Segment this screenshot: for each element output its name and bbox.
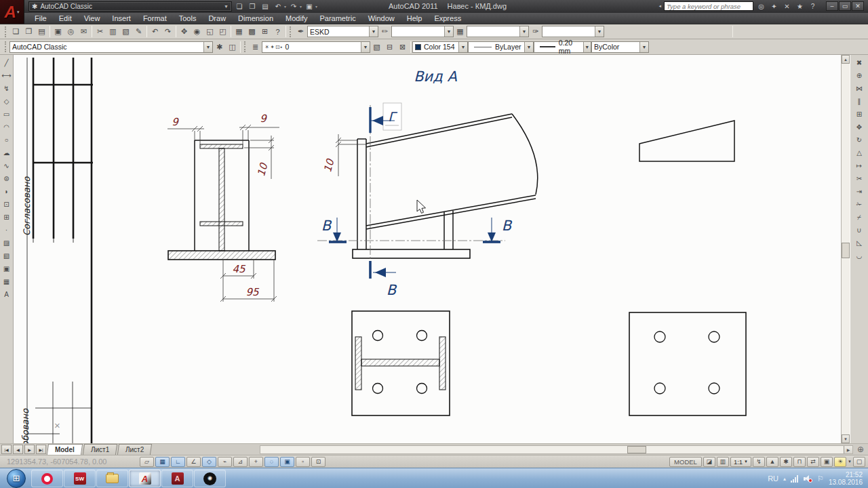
first-tab-button[interactable]: |◀ [1, 445, 12, 454]
workspace-dropdown[interactable]: ✱ AutoCAD Classic ▼ [28, 1, 232, 12]
pan-icon[interactable]: ✥ [178, 26, 191, 38]
otrack-toggle[interactable]: ⌁ [218, 457, 232, 467]
tab-model[interactable]: Model [47, 444, 83, 455]
undo-icon[interactable]: ↶ [149, 26, 161, 38]
designcenter-icon[interactable]: ▩ [245, 26, 258, 38]
taskbar-obs[interactable]: ✺ [194, 470, 226, 487]
dim-style-icon[interactable]: ✏ [378, 26, 391, 38]
plot-icon[interactable]: ▣ [304, 1, 315, 12]
color-dropdown[interactable]: Color 154 ▼ [412, 41, 468, 53]
workspace-save-icon[interactable]: ◫ [226, 41, 239, 53]
model-space-button[interactable]: MODEL [669, 457, 702, 467]
copy-icon[interactable]: ⊕ [853, 69, 865, 82]
table-style-dropdown[interactable]: ▼ [467, 26, 529, 37]
toolbar-grip[interactable] [244, 41, 247, 52]
dim-style-dropdown[interactable]: ▼ [391, 26, 454, 37]
scale-icon[interactable]: △ [853, 146, 865, 159]
clean-screen-button[interactable]: ▢ [853, 457, 865, 467]
menu-draw[interactable]: Draw [202, 13, 232, 24]
mleader-style-dropdown[interactable]: ▼ [542, 26, 604, 37]
polygon-icon[interactable]: ◇ [1, 95, 13, 108]
autocad-logo-icon[interactable]: A▾ [0, 0, 24, 24]
quick-view-layouts-icon[interactable]: ◪ [703, 457, 715, 467]
workspace-settings-icon[interactable]: ✱ [213, 41, 226, 53]
save-icon[interactable]: ▤ [260, 1, 271, 12]
status-menu-arrow-icon[interactable]: ▼ [848, 460, 852, 464]
layer-dropdown[interactable]: ☀✦⊡▪ 0 ▼ [262, 41, 370, 53]
favorites-star-icon[interactable]: ★ [795, 1, 805, 11]
trim-icon[interactable]: ✂ [853, 172, 865, 185]
scroll-right-button[interactable]: ▶ [844, 446, 852, 453]
drawing-canvas[interactable]: Согласовано обовано × Вид А [14, 55, 841, 443]
offset-icon[interactable]: ∥ [853, 95, 865, 108]
menu-edit[interactable]: Edit [53, 13, 78, 24]
construction-line-icon[interactable]: ⟷ [1, 69, 13, 82]
open-icon[interactable]: ❐ [247, 1, 258, 12]
qp-toggle[interactable]: ▫ [296, 457, 310, 467]
zoom-realtime-icon[interactable]: ◉ [191, 26, 203, 38]
join-icon[interactable]: ∪ [853, 224, 865, 237]
redo-icon[interactable]: ↷ [161, 26, 174, 38]
pan-compass-icon[interactable]: ⊕ [854, 445, 867, 455]
ducs-toggle[interactable]: ⊿ [233, 457, 248, 467]
toolbar-grip[interactable] [290, 26, 292, 37]
chamfer-icon[interactable]: ◺ [853, 237, 865, 249]
open-icon[interactable]: ❐ [22, 26, 35, 38]
exchange-icon[interactable]: ✕ [782, 1, 792, 11]
menu-format[interactable]: Format [137, 13, 173, 24]
polyline-icon[interactable]: ↯ [1, 82, 13, 95]
lwt-toggle[interactable]: ◌ [264, 457, 279, 467]
table-style-icon[interactable]: ▦ [454, 26, 467, 38]
osnap-toggle[interactable]: ◇ [202, 457, 216, 467]
start-button[interactable]: ⊞ [7, 469, 26, 488]
layer-isolate-icon[interactable]: ⊠ [396, 41, 409, 53]
taskbar-clock[interactable]: 21:52 13.08.2016 [829, 471, 865, 486]
chevron-down-icon[interactable]: ▾ [284, 4, 286, 9]
close-button[interactable]: ✕ [852, 1, 864, 11]
lineweight-dropdown[interactable]: 0.20 mm ▼ [534, 41, 591, 53]
point-icon[interactable]: · [1, 224, 13, 237]
annotation-visibility-icon[interactable]: ↯ [753, 457, 765, 467]
properties-icon[interactable]: ▦ [233, 26, 245, 38]
vertical-scroll-thumb[interactable] [842, 243, 850, 258]
text-style-icon[interactable]: ✒ [294, 26, 307, 38]
volume-muted-icon[interactable] [803, 474, 812, 483]
publish-icon[interactable]: ✉ [77, 26, 90, 38]
spline-icon[interactable]: ∿ [1, 159, 13, 172]
taskbar-explorer[interactable] [96, 470, 128, 487]
taskbar-acrobat[interactable]: A [161, 470, 193, 487]
taskbar-opera[interactable] [31, 470, 63, 487]
make-block-icon[interactable]: ⊞ [1, 211, 13, 224]
ellipse-arc-icon[interactable]: ◗ [1, 185, 13, 198]
region-icon[interactable]: ▣ [1, 262, 13, 275]
workspaces-dropdown[interactable]: AutoCAD Classic ▼ [9, 41, 213, 53]
array-icon[interactable]: ⊞ [853, 108, 865, 121]
tpy-toggle[interactable]: ▣ [280, 457, 294, 467]
menu-express[interactable]: Express [428, 13, 467, 24]
mirror-icon[interactable]: ⋈ [853, 82, 865, 95]
new-icon[interactable]: ❏ [234, 1, 245, 12]
autoscale-icon[interactable]: ▲ [766, 457, 778, 467]
horizontal-scrollbar[interactable]: ▶ [260, 445, 853, 454]
menu-parametric[interactable]: Parametric [313, 13, 361, 24]
paste-icon[interactable]: ▧ [119, 26, 132, 38]
menu-window[interactable]: Window [362, 13, 401, 24]
toolbar-lock-icon[interactable]: ⊓ [793, 457, 806, 467]
layer-previous-icon[interactable]: ⊟ [383, 41, 396, 53]
language-indicator[interactable]: RU [768, 474, 778, 483]
arc-icon[interactable]: ◠ [1, 121, 13, 134]
prev-tab-button[interactable]: ◀ [13, 445, 23, 454]
stretch-icon[interactable]: ↦ [853, 159, 865, 172]
copy-icon[interactable]: ▥ [106, 26, 119, 38]
layer-properties-icon[interactable]: ≣ [249, 41, 262, 53]
taskbar-solidworks[interactable]: SW [64, 470, 96, 487]
redo-icon[interactable]: ↷ [288, 1, 299, 12]
save-icon[interactable]: ▤ [35, 26, 48, 38]
zoom-window-icon[interactable]: ◱ [203, 26, 216, 38]
tab-list1[interactable]: Лист1 [83, 444, 118, 455]
hidden-icons-arrow[interactable]: ▴ [783, 476, 786, 482]
toolbar-grip[interactable] [5, 26, 7, 37]
linetype-dropdown[interactable]: ByLayer ▼ [468, 41, 534, 53]
scroll-up-button[interactable]: ▲ [842, 55, 850, 64]
hardware-accel-icon[interactable]: ⇄ [807, 457, 819, 467]
